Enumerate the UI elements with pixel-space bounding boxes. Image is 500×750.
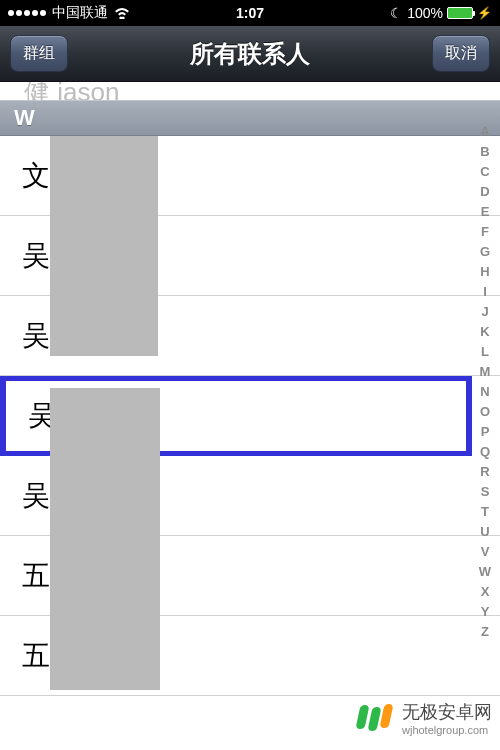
index-letter[interactable]: S	[481, 482, 490, 502]
battery-icon	[447, 7, 473, 19]
index-letter[interactable]: M	[480, 362, 491, 382]
contact-name-prefix: 吴	[22, 237, 50, 275]
index-letter[interactable]: B	[480, 142, 489, 162]
partial-contact-name: 健 jason	[24, 82, 119, 100]
index-letter[interactable]: G	[480, 242, 490, 262]
index-letter[interactable]: W	[479, 562, 491, 582]
partial-contact-row[interactable]: 健 jason	[0, 82, 500, 100]
index-letter[interactable]: P	[481, 422, 490, 442]
status-time: 1:07	[236, 5, 264, 21]
index-letter[interactable]: R	[480, 462, 489, 482]
index-letter[interactable]: Z	[481, 622, 489, 642]
contact-name-prefix: 文	[22, 157, 50, 195]
redaction-block	[50, 388, 160, 690]
redaction-block	[50, 136, 158, 356]
index-letter[interactable]: U	[480, 522, 489, 542]
watermark: 无极安卓网 wjhotelgroup.com	[358, 700, 492, 736]
wifi-icon	[114, 7, 130, 19]
watermark-url: wjhotelgroup.com	[402, 724, 492, 736]
index-letter[interactable]: Q	[480, 442, 490, 462]
charging-icon: ⚡	[477, 6, 492, 20]
index-letter[interactable]: N	[480, 382, 489, 402]
contact-name-prefix: 五	[22, 637, 50, 675]
index-letter[interactable]: T	[481, 502, 489, 522]
page-title: 所有联系人	[190, 38, 310, 70]
contact-name-prefix: 五	[22, 557, 50, 595]
alphabet-index[interactable]: ABCDEFGHIJKLMNOPQRSTUVWXYZ	[474, 122, 496, 642]
index-letter[interactable]: J	[481, 302, 488, 322]
index-letter[interactable]: I	[483, 282, 487, 302]
contact-name-prefix: 吴	[22, 317, 50, 355]
carrier-label: 中国联通	[52, 4, 108, 22]
index-letter[interactable]: L	[481, 342, 489, 362]
status-bar: 中国联通 1:07 ☾ 100% ⚡	[0, 0, 500, 26]
contacts-list[interactable]: 健 jason W 文吴吴吴吴五五 ABCDEFGHIJKLMNOPQRSTUV…	[0, 82, 500, 750]
index-letter[interactable]: F	[481, 222, 489, 242]
index-letter[interactable]: K	[480, 322, 489, 342]
section-header: W	[0, 100, 500, 136]
watermark-logo-icon	[358, 705, 396, 731]
battery-percent: 100%	[407, 5, 443, 21]
groups-button[interactable]: 群组	[10, 35, 68, 72]
index-letter[interactable]: Y	[481, 602, 490, 622]
cancel-button[interactable]: 取消	[432, 35, 490, 72]
index-letter[interactable]: H	[480, 262, 489, 282]
index-letter[interactable]: O	[480, 402, 490, 422]
index-letter[interactable]: A	[480, 122, 489, 142]
signal-icon	[8, 10, 46, 16]
watermark-name: 无极安卓网	[402, 702, 492, 722]
index-letter[interactable]: X	[481, 582, 490, 602]
index-letter[interactable]: C	[480, 162, 489, 182]
status-left: 中国联通	[8, 4, 130, 22]
index-letter[interactable]: D	[480, 182, 489, 202]
index-letter[interactable]: V	[481, 542, 490, 562]
status-right: ☾ 100% ⚡	[390, 5, 492, 21]
contact-name-prefix: 吴	[22, 477, 50, 515]
nav-bar: 群组 所有联系人 取消	[0, 26, 500, 82]
index-letter[interactable]: E	[481, 202, 490, 222]
dnd-icon: ☾	[390, 5, 403, 21]
